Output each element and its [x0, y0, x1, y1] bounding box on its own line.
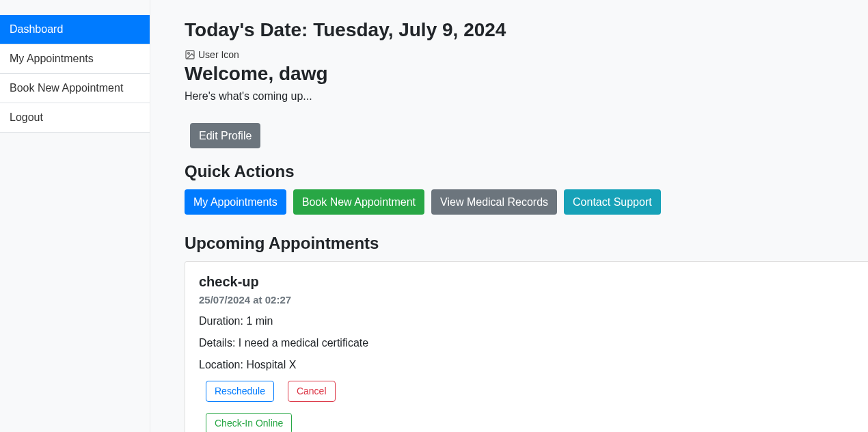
sidebar-item-my-appointments[interactable]: My Appointments — [0, 44, 150, 74]
appointment-type: check-up — [199, 274, 868, 290]
contact-support-button[interactable]: Contact Support — [564, 189, 661, 215]
svg-point-1 — [188, 53, 190, 55]
appointment-details: Details: I need a medical certificate — [199, 337, 868, 349]
cancel-button[interactable]: Cancel — [288, 381, 336, 402]
appointment-card: check-up 25/07/2024 at 02:27 Duration: 1… — [185, 261, 868, 432]
book-new-appointment-button[interactable]: Book New Appointment — [293, 189, 424, 215]
quick-actions-title: Quick Actions — [185, 162, 868, 181]
my-appointments-button[interactable]: My Appointments — [185, 189, 286, 215]
user-icon: User Icon — [185, 49, 239, 60]
todays-date: Today's Date: Tuesday, July 9, 2024 — [185, 19, 868, 41]
welcome-subtitle: Here's what's coming up... — [185, 90, 868, 103]
reschedule-button[interactable]: Reschedule — [206, 381, 274, 402]
main-content: Today's Date: Tuesday, July 9, 2024 User… — [150, 0, 868, 432]
edit-profile-button[interactable]: Edit Profile — [190, 123, 260, 148]
sidebar-item-logout[interactable]: Logout — [0, 103, 150, 133]
sidebar: Dashboard My Appointments Book New Appoi… — [0, 0, 150, 432]
upcoming-appointments-title: Upcoming Appointments — [185, 234, 868, 253]
sidebar-item-dashboard[interactable]: Dashboard — [0, 15, 150, 44]
appointment-datetime: 25/07/2024 at 02:27 — [199, 294, 868, 306]
sidebar-item-book-new-appointment[interactable]: Book New Appointment — [0, 74, 150, 103]
quick-actions: My Appointments Book New Appointment Vie… — [185, 189, 868, 215]
welcome-heading: Welcome, dawg — [185, 63, 868, 85]
view-medical-records-button[interactable]: View Medical Records — [431, 189, 557, 215]
checkin-online-button[interactable]: Check-In Online — [206, 413, 292, 432]
appointment-location: Location: Hospital X — [199, 359, 868, 371]
appointment-duration: Duration: 1 min — [199, 315, 868, 327]
